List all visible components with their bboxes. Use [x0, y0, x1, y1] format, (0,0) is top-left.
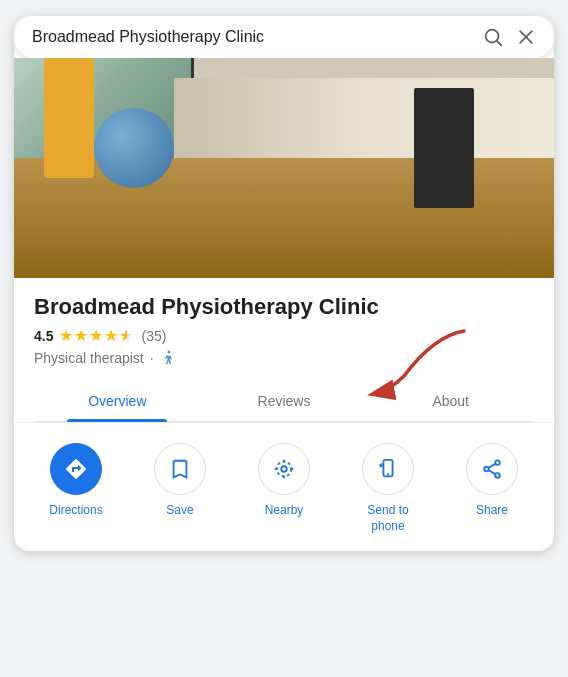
- tab-reviews[interactable]: Reviews: [201, 381, 368, 421]
- search-input[interactable]: Broadmead Physiotherapy Clinic: [32, 28, 474, 46]
- directions-button[interactable]: Directions: [36, 443, 116, 534]
- star-3: ★: [89, 326, 103, 345]
- svg-point-7: [277, 462, 292, 477]
- share-label: Share: [476, 503, 508, 519]
- star-4: ★: [104, 326, 118, 345]
- place-card: Broadmead Physiotherapy Clinic Broadmead…: [14, 16, 554, 551]
- nearby-label: Nearby: [265, 503, 304, 519]
- action-buttons: Directions Save: [14, 422, 554, 550]
- tabs: Overview Reviews About: [34, 381, 534, 422]
- share-button[interactable]: Share: [452, 443, 532, 534]
- separator: ·: [150, 350, 154, 366]
- send-to-phone-icon-circle: [362, 443, 414, 495]
- category-label: Physical therapist: [34, 350, 144, 366]
- tab-overview[interactable]: Overview: [34, 381, 201, 421]
- svg-point-4: [167, 351, 170, 354]
- info-section: Broadmead Physiotherapy Clinic 4.5 ★ ★ ★…: [14, 278, 554, 422]
- search-icon[interactable]: [482, 26, 504, 48]
- rating-row: 4.5 ★ ★ ★ ★ ★ ★ (35): [34, 326, 534, 345]
- svg-line-1: [497, 41, 501, 45]
- save-icon-circle: [154, 443, 206, 495]
- send-to-phone-label: Send to phone: [367, 503, 408, 534]
- share-icon-circle: [466, 443, 518, 495]
- stars: ★ ★ ★ ★ ★ ★: [59, 326, 135, 345]
- send-to-phone-button[interactable]: Send to phone: [348, 443, 428, 534]
- svg-point-14: [495, 461, 500, 466]
- nearby-icon-circle: [258, 443, 310, 495]
- svg-point-16: [495, 474, 500, 479]
- directions-label: Directions: [49, 503, 102, 519]
- close-icon[interactable]: [516, 27, 536, 47]
- accessibility-icon: [160, 349, 178, 367]
- save-button[interactable]: Save: [140, 443, 220, 534]
- svg-point-6: [281, 467, 287, 473]
- rating-number: 4.5: [34, 328, 53, 344]
- review-count[interactable]: (35): [141, 328, 166, 344]
- category-row: Physical therapist ·: [34, 349, 534, 367]
- save-label: Save: [166, 503, 193, 519]
- star-2: ★: [74, 326, 88, 345]
- svg-line-18: [489, 464, 496, 468]
- svg-point-15: [484, 467, 489, 472]
- place-name: Broadmead Physiotherapy Clinic: [34, 294, 534, 320]
- search-bar: Broadmead Physiotherapy Clinic: [14, 16, 554, 58]
- hero-image: [14, 58, 554, 278]
- nearby-button[interactable]: Nearby: [244, 443, 324, 534]
- directions-icon-circle: [50, 443, 102, 495]
- tab-about[interactable]: About: [367, 381, 534, 421]
- star-1: ★: [59, 326, 73, 345]
- svg-line-17: [489, 471, 496, 475]
- star-half: ★ ★: [119, 326, 135, 345]
